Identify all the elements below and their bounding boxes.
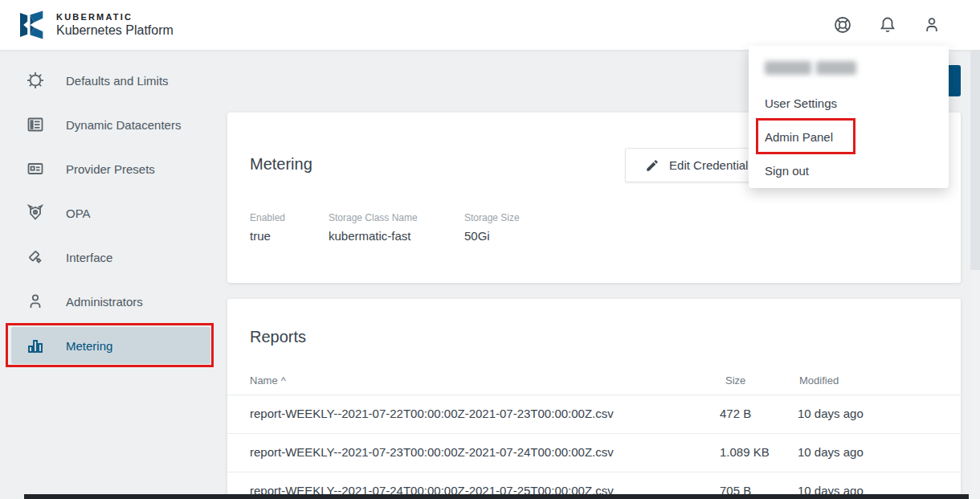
property-value: kubermatic-fast	[329, 229, 464, 243]
reports-table-header: Name^ Size Modified	[227, 370, 961, 395]
menu-item-sign-out[interactable]: Sign out	[765, 164, 809, 182]
sidebar-item-provider-presets[interactable]: Provider Presets	[11, 150, 210, 187]
column-name-label: Name	[250, 374, 278, 387]
reports-card-title: Reports	[250, 328, 306, 346]
sort-ascending-icon: ^	[281, 374, 286, 387]
sidebar-item-label: Dynamic Datacenters	[66, 118, 181, 132]
preset-card-icon	[26, 159, 45, 178]
top-header: KUBERMATIC Kubernetes Platform	[0, 0, 980, 50]
user-icon	[922, 15, 941, 35]
report-size: 1.089 KB	[720, 445, 770, 459]
sidebar-item-label: Defaults and Limits	[66, 74, 169, 88]
report-name: report-WEEKLY--2021-07-22T00:00:00Z-2021…	[250, 407, 614, 420]
menu-item-user-settings[interactable]: User Settings	[765, 96, 837, 114]
sidebar-item-dynamic-datacenters[interactable]: Dynamic Datacenters	[11, 106, 210, 143]
user-account-button[interactable]	[922, 15, 941, 35]
property-storage-size: Storage Size 50Gi	[464, 212, 520, 243]
brand-name: KUBERMATIC	[56, 12, 174, 22]
report-row[interactable]: report-WEEKLY--2021-07-22T00:00:00Z-2021…	[227, 395, 961, 434]
help-lifebuoy-icon	[833, 15, 852, 35]
property-label: Enabled	[250, 212, 329, 223]
column-header-name[interactable]: Name^	[250, 374, 286, 387]
admin-sidebar: Defaults and Limits Dynamic Datacenters …	[0, 50, 227, 499]
property-value: true	[250, 229, 329, 243]
sidebar-item-label: Provider Presets	[66, 162, 155, 176]
report-modified: 10 days ago	[798, 407, 864, 420]
property-label: Storage Class Name	[329, 212, 464, 223]
help-button[interactable]	[833, 15, 852, 35]
user-dropdown-menu: User Settings Admin Panel Sign out	[749, 46, 949, 188]
report-name: report-WEEKLY--2021-07-23T00:00:00Z-2021…	[250, 445, 614, 459]
notifications-button[interactable]	[878, 15, 897, 35]
report-size: 472 B	[720, 407, 751, 420]
app-viewport: KUBERMATIC Kubernetes Platform	[0, 0, 980, 499]
sidebar-item-label: Metering	[66, 339, 112, 353]
gear-icon	[26, 71, 45, 90]
brand-logo[interactable]: KUBERMATIC Kubernetes Platform	[16, 9, 174, 41]
bar-chart-icon	[26, 336, 45, 355]
datacenter-list-icon	[26, 115, 45, 134]
pencil-icon	[645, 158, 659, 173]
report-modified: 10 days ago	[798, 445, 864, 459]
report-row[interactable]: report-WEEKLY--2021-07-23T00:00:00Z-2021…	[227, 434, 961, 472]
sidebar-item-label: Administrators	[66, 295, 143, 309]
edit-credentials-label: Edit Credentials	[669, 158, 754, 172]
person-icon	[26, 292, 45, 311]
brand-subtitle: Kubernetes Platform	[56, 23, 174, 38]
bottom-edge-bar	[24, 494, 969, 499]
sidebar-item-opa[interactable]: OPA	[11, 194, 210, 231]
sidebar-item-defaults-and-limits[interactable]: Defaults and Limits	[11, 62, 210, 99]
sidebar-item-label: OPA	[66, 207, 91, 220]
metering-properties: Enabled true Storage Class Name kubermat…	[250, 212, 520, 243]
sidebar-item-label: Interface	[66, 251, 112, 264]
property-storage-class-name: Storage Class Name kubermatic-fast	[329, 212, 464, 243]
user-name-blurred	[765, 61, 856, 75]
sidebar-item-administrators[interactable]: Administrators	[11, 283, 210, 320]
menu-item-admin-panel[interactable]: Admin Panel	[765, 130, 833, 148]
property-enabled: Enabled true	[250, 212, 329, 243]
reports-card: Reports Name^ Size Modified report-WEEKL…	[227, 299, 961, 499]
scrollbar-thumb[interactable]	[970, 50, 980, 270]
paintbrush-icon	[26, 247, 45, 267]
column-header-size[interactable]: Size	[725, 374, 745, 387]
sidebar-item-interface[interactable]: Interface	[11, 239, 210, 276]
property-label: Storage Size	[464, 212, 520, 223]
metering-card-title: Metering	[250, 155, 312, 174]
property-value: 50Gi	[464, 229, 520, 243]
column-header-modified[interactable]: Modified	[799, 374, 839, 387]
bell-icon	[878, 15, 897, 35]
kubermatic-logo-icon	[16, 9, 48, 41]
brand-text: KUBERMATIC Kubernetes Platform	[56, 12, 174, 38]
vertical-scrollbar[interactable]	[970, 50, 980, 499]
gatekeeper-icon	[26, 203, 45, 223]
sidebar-item-metering[interactable]: Metering	[11, 327, 210, 364]
